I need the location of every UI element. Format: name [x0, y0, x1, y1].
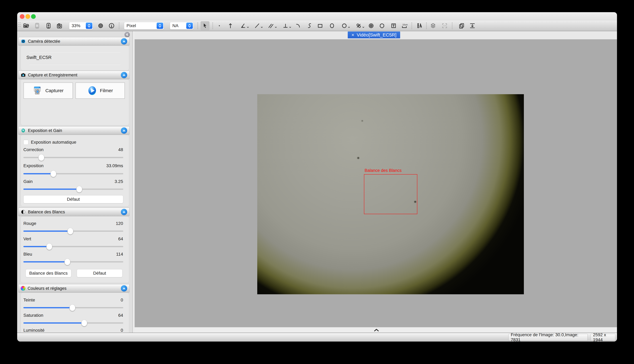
slider-thumb[interactable]	[68, 228, 73, 234]
polygon-tool-button[interactable]	[378, 21, 386, 30]
zoom-stepper[interactable]	[86, 22, 92, 29]
zoom-select[interactable]: 33%	[69, 22, 93, 30]
two-circles-tool-button[interactable]	[354, 21, 363, 30]
bottom-collapse-strip[interactable]	[135, 327, 617, 333]
white-balance-button[interactable]: Balance des Blancs	[26, 269, 71, 277]
slider-thumb[interactable]	[64, 259, 70, 265]
record-button[interactable]: Filmer	[76, 82, 125, 99]
rectangle-tool-button[interactable]	[316, 21, 324, 30]
saturation-slider[interactable]	[24, 320, 123, 326]
unit-stepper[interactable]	[157, 22, 163, 29]
slider-thumb[interactable]	[70, 304, 75, 311]
record-button-label: Filmer	[100, 88, 113, 93]
section-header-capture[interactable]: Capture et Enregistrement	[18, 71, 130, 79]
collapse-section-button[interactable]	[121, 128, 127, 134]
stepper-arrows-icon	[158, 24, 162, 28]
section-header-colors[interactable]: Couleurs et réglages	[18, 284, 130, 292]
camera-timer-button[interactable]	[55, 21, 64, 30]
gain-value: 3.25	[115, 178, 123, 185]
blue-value: 114	[116, 251, 123, 258]
ellipse-tool-button[interactable]	[328, 21, 336, 30]
capture-button[interactable]: Capturer	[24, 82, 73, 99]
green-slider[interactable]	[24, 243, 123, 250]
copy-button[interactable]	[457, 21, 466, 30]
gain-slider[interactable]	[24, 186, 123, 192]
unit-select[interactable]: Pixel	[124, 22, 164, 30]
scalebar-tool-button[interactable]: 10um	[400, 21, 409, 30]
csv-export-button[interactable]: CSV	[440, 21, 449, 30]
color-wheel-icon	[21, 286, 26, 291]
curve-tool-button[interactable]	[305, 21, 314, 30]
ellipse-icon	[329, 22, 335, 29]
gain-label: Gain	[24, 179, 32, 184]
exposure-slider[interactable]	[24, 170, 123, 177]
resolution-text: 2592 x 1944	[593, 332, 613, 342]
slider-thumb[interactable]	[46, 244, 52, 250]
white-balance-default-button[interactable]: Défaut	[77, 269, 122, 277]
scalebar-label: 10um	[402, 24, 408, 26]
calipers-tool-button[interactable]	[415, 21, 424, 30]
two-circles-icon	[356, 22, 362, 29]
close-window-button[interactable]	[20, 14, 24, 19]
save-button[interactable]	[33, 21, 42, 30]
camera-list-item[interactable]: Swift_EC5R	[26, 55, 52, 60]
export-button[interactable]	[468, 21, 477, 30]
slider-thumb[interactable]	[76, 186, 82, 192]
sidebar-collapse-button[interactable]	[124, 32, 130, 37]
na-select[interactable]: NA	[170, 22, 194, 30]
info-button[interactable]	[107, 21, 116, 30]
double-chevron-up-icon	[122, 129, 126, 132]
section-header-exposure[interactable]: Exposition et Gain	[18, 126, 130, 135]
blue-slider[interactable]	[24, 258, 123, 265]
cursor-icon	[202, 22, 208, 29]
text-tool-button[interactable]	[389, 21, 398, 30]
hue-slider[interactable]	[24, 304, 123, 311]
red-slider[interactable]	[24, 228, 123, 234]
perpendicular-tool-button[interactable]	[281, 21, 290, 30]
section-header-camera[interactable]: Caméra détectée	[18, 37, 130, 46]
line-tool-button[interactable]	[253, 21, 262, 30]
collapse-section-button[interactable]	[121, 285, 127, 292]
section-header-white-balance[interactable]: Balance des Blancs	[18, 208, 130, 216]
layers-button[interactable]	[429, 21, 438, 30]
roi-label: Balance des Blancs	[364, 168, 402, 173]
saturation-value: 64	[118, 312, 123, 319]
rectangle-icon	[317, 22, 324, 29]
minimize-window-button[interactable]	[26, 14, 30, 19]
polygon-icon	[378, 22, 385, 29]
camera-capture-button[interactable]	[44, 21, 53, 30]
drag-handle[interactable]	[18, 22, 20, 27]
arrow-tool-button[interactable]	[226, 21, 235, 30]
open-folder-button[interactable]	[22, 21, 30, 30]
arc-icon	[295, 22, 301, 29]
zoom-window-button[interactable]	[31, 14, 36, 19]
point-tool-button[interactable]	[215, 21, 224, 30]
toolbar-divider	[198, 22, 198, 29]
arc-tool-button[interactable]	[294, 21, 302, 30]
tab-close-icon[interactable]: ×	[352, 32, 354, 38]
text-icon	[390, 22, 397, 29]
correction-slider[interactable]	[24, 154, 123, 161]
concentric-circles-tool-button[interactable]	[367, 21, 376, 30]
record-play-icon	[87, 86, 97, 96]
exposure-row: Exposition 33.09ms	[24, 162, 123, 169]
auto-exposure-checkbox[interactable]	[24, 140, 28, 145]
cursor-tool-button[interactable]	[200, 21, 209, 30]
collapse-section-button[interactable]	[121, 72, 127, 78]
angle-tool-button[interactable]	[239, 21, 248, 30]
circle-tool-button[interactable]	[340, 21, 349, 30]
na-stepper[interactable]	[186, 22, 193, 29]
video-tab[interactable]: × Vidéo[Swift_EC5R]	[348, 32, 400, 38]
white-balance-roi-rect[interactable]	[364, 174, 417, 214]
collapse-section-button[interactable]	[121, 38, 127, 44]
exposure-default-button[interactable]: Défaut	[24, 195, 123, 203]
settings-button[interactable]	[96, 21, 105, 30]
slider-fill	[24, 188, 79, 190]
collapse-section-button[interactable]	[121, 209, 127, 215]
slider-thumb[interactable]	[50, 170, 56, 177]
na-value: NA	[172, 23, 178, 28]
title-bar[interactable]	[17, 12, 617, 20]
parallel-lines-tool-button[interactable]	[267, 21, 276, 30]
slider-thumb[interactable]	[82, 320, 87, 326]
slider-thumb[interactable]	[38, 154, 44, 161]
